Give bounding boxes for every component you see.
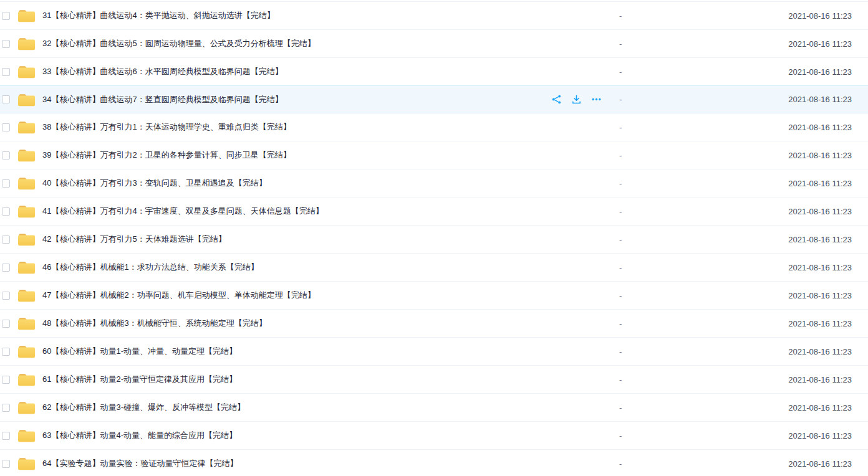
- file-row[interactable]: 47【核心精讲】机械能2：功率问题、机车启动模型、单体动能定理【完结】: [0, 282, 868, 310]
- file-row[interactable]: 64【实验专题】动量实验：验证动量守恒定律【完结】: [0, 450, 868, 476]
- folder-icon[interactable]: [17, 345, 36, 358]
- download-icon[interactable]: [571, 94, 582, 105]
- file-row[interactable]: 34【核心精讲】曲线运动7：竖直圆周经典模型及临界问题【完结】: [0, 85, 868, 113]
- file-modified: 2021-08-16 11:23: [788, 123, 852, 132]
- file-name-link[interactable]: 33【核心精讲】曲线运动6：水平圆周经典模型及临界问题【完结】: [42, 66, 283, 77]
- row-checkbox[interactable]: [2, 207, 10, 216]
- file-size: -: [619, 403, 622, 412]
- file-row[interactable]: 41【核心精讲】万有引力4：宇宙速度、双星及多星问题、天体信息题【完结】: [0, 198, 868, 226]
- file-modified: 2021-08-16 11:23: [788, 151, 852, 160]
- file-name-link[interactable]: 47【核心精讲】机械能2：功率问题、机车启动模型、单体动能定理【完结】: [42, 290, 316, 301]
- file-size: -: [619, 375, 622, 384]
- file-row[interactable]: 40【核心精讲】万有引力3：变轨问题、卫星相遇追及【完结】: [0, 169, 868, 198]
- row-checkbox[interactable]: [2, 432, 10, 440]
- row-checkbox[interactable]: [2, 12, 10, 20]
- file-size: -: [619, 291, 622, 300]
- file-row[interactable]: 32【核心精讲】曲线运动5：圆周运动物理量、公式及受力分析梳理【完结】: [0, 30, 868, 58]
- file-name-link[interactable]: 34【核心精讲】曲线运动7：竖直圆周经典模型及临界问题【完结】: [42, 94, 283, 105]
- folder-icon[interactable]: [17, 317, 36, 330]
- row-hover-actions: [551, 86, 602, 113]
- file-name-link[interactable]: 46【核心精讲】机械能1：求功方法总结、功能关系【完结】: [42, 262, 259, 273]
- folder-icon[interactable]: [17, 204, 36, 218]
- file-modified: 2021-08-16 11:23: [788, 403, 852, 412]
- file-name-link[interactable]: 62【核心精讲】动量3-碰撞、爆炸、反冲等模型【完结】: [42, 402, 245, 413]
- file-row[interactable]: 46【核心精讲】机械能1：求功方法总结、功能关系【完结】: [0, 254, 868, 282]
- file-modified: 2021-08-16 11:23: [788, 67, 852, 77]
- row-checkbox[interactable]: [2, 460, 10, 468]
- file-row[interactable]: 39【核心精讲】万有引力2：卫星的各种参量计算、同步卫星【完结】: [0, 141, 868, 169]
- file-size: -: [619, 11, 622, 21]
- row-checkbox[interactable]: [2, 95, 10, 103]
- more-actions-icon[interactable]: [591, 94, 602, 105]
- folder-icon[interactable]: [17, 176, 36, 190]
- file-row[interactable]: 48【核心精讲】机械能3：机械能守恒、系统动能定理【完结】: [0, 310, 868, 338]
- file-modified: 2021-08-16 11:23: [788, 11, 852, 21]
- file-modified: 2021-08-16 11:23: [788, 375, 852, 384]
- file-name-link[interactable]: 64【实验专题】动量实验：验证动量守恒定律【完结】: [42, 458, 238, 469]
- file-row[interactable]: 31【核心精讲】曲线运动4：类平抛运动、斜抛运动选讲【完结】: [0, 2, 868, 30]
- file-modified: 2021-08-16 11:23: [788, 207, 852, 216]
- row-checkbox[interactable]: [2, 179, 10, 188]
- folder-icon[interactable]: [17, 65, 36, 79]
- file-modified: 2021-08-16 11:23: [788, 39, 852, 49]
- file-size: -: [619, 431, 622, 440]
- file-name-link[interactable]: 38【核心精讲】万有引力1：天体运动物理学史、重难点归类【完结】: [42, 121, 291, 133]
- file-row[interactable]: 61【核心精讲】动量2-动量守恒定律及其应用【完结】: [0, 366, 868, 394]
- file-name-link[interactable]: 32【核心精讲】曲线运动5：圆周运动物理量、公式及受力分析梳理【完结】: [42, 38, 316, 49]
- folder-icon[interactable]: [17, 401, 36, 414]
- row-checkbox[interactable]: [2, 404, 10, 412]
- file-name-link[interactable]: 39【核心精讲】万有引力2：卫星的各种参量计算、同步卫星【完结】: [42, 150, 291, 161]
- file-name-link[interactable]: 40【核心精讲】万有引力3：变轨问题、卫星相遇追及【完结】: [42, 178, 267, 189]
- file-name-link[interactable]: 60【核心精讲】动量1-动量、冲量、动量定理【完结】: [42, 346, 237, 357]
- folder-icon[interactable]: [17, 232, 36, 246]
- folder-icon[interactable]: [17, 37, 36, 50]
- folder-icon[interactable]: [17, 429, 36, 442]
- row-checkbox[interactable]: [2, 376, 10, 384]
- file-size: -: [619, 95, 622, 104]
- file-name-link[interactable]: 42【核心精讲】万有引力5：天体难题选讲【完结】: [42, 234, 226, 245]
- folder-icon[interactable]: [17, 148, 36, 162]
- file-size: -: [619, 123, 622, 132]
- file-row[interactable]: 42【核心精讲】万有引力5：天体难题选讲【完结】: [0, 226, 868, 254]
- file-size: -: [619, 179, 622, 188]
- file-row[interactable]: 38【核心精讲】万有引力1：天体运动物理学史、重难点归类【完结】: [0, 113, 868, 141]
- file-modified: 2021-08-16 11:23: [788, 431, 852, 440]
- folder-icon[interactable]: [17, 260, 36, 274]
- file-name-link[interactable]: 61【核心精讲】动量2-动量守恒定律及其应用【完结】: [42, 374, 237, 385]
- file-modified: 2021-08-16 11:23: [788, 291, 852, 300]
- row-checkbox[interactable]: [2, 292, 10, 300]
- folder-icon[interactable]: [17, 93, 36, 107]
- row-checkbox[interactable]: [2, 264, 10, 272]
- file-list: 31【核心精讲】曲线运动4：类平抛运动、斜抛运动选讲【完结】: [0, 1, 868, 476]
- file-size: -: [619, 207, 622, 216]
- file-name-link[interactable]: 63【核心精讲】动量4-动量、能量的综合应用【完结】: [42, 430, 237, 441]
- folder-icon[interactable]: [17, 9, 36, 22]
- row-checkbox[interactable]: [2, 348, 10, 356]
- file-size: -: [619, 67, 622, 77]
- row-checkbox[interactable]: [2, 151, 10, 159]
- row-checkbox[interactable]: [2, 236, 10, 244]
- file-modified: 2021-08-16 11:23: [788, 235, 852, 244]
- share-icon[interactable]: [551, 94, 562, 105]
- file-row[interactable]: 62【核心精讲】动量3-碰撞、爆炸、反冲等模型【完结】: [0, 394, 868, 422]
- folder-icon[interactable]: [17, 457, 36, 470]
- row-checkbox[interactable]: [2, 68, 10, 76]
- file-size: -: [619, 235, 622, 244]
- folder-icon[interactable]: [17, 120, 36, 134]
- file-name-link[interactable]: 31【核心精讲】曲线运动4：类平抛运动、斜抛运动选讲【完结】: [42, 10, 275, 21]
- row-checkbox[interactable]: [2, 40, 10, 48]
- file-row[interactable]: 63【核心精讲】动量4-动量、能量的综合应用【完结】: [0, 422, 868, 450]
- file-row[interactable]: 33【核心精讲】曲线运动6：水平圆周经典模型及临界问题【完结】: [0, 58, 868, 86]
- file-modified: 2021-08-16 11:23: [788, 179, 852, 188]
- file-size: -: [619, 39, 622, 49]
- file-name-link[interactable]: 41【核心精讲】万有引力4：宇宙速度、双星及多星问题、天体信息题【完结】: [42, 206, 324, 217]
- file-name-link[interactable]: 48【核心精讲】机械能3：机械能守恒、系统动能定理【完结】: [42, 318, 267, 329]
- folder-icon[interactable]: [17, 288, 36, 302]
- row-checkbox[interactable]: [2, 123, 10, 131]
- row-checkbox[interactable]: [2, 320, 10, 328]
- file-modified: 2021-08-16 11:23: [788, 347, 852, 356]
- file-row[interactable]: 60【核心精讲】动量1-动量、冲量、动量定理【完结】: [0, 338, 868, 366]
- file-size: -: [619, 347, 622, 356]
- file-modified: 2021-08-16 11:23: [788, 319, 852, 328]
- folder-icon[interactable]: [17, 373, 36, 386]
